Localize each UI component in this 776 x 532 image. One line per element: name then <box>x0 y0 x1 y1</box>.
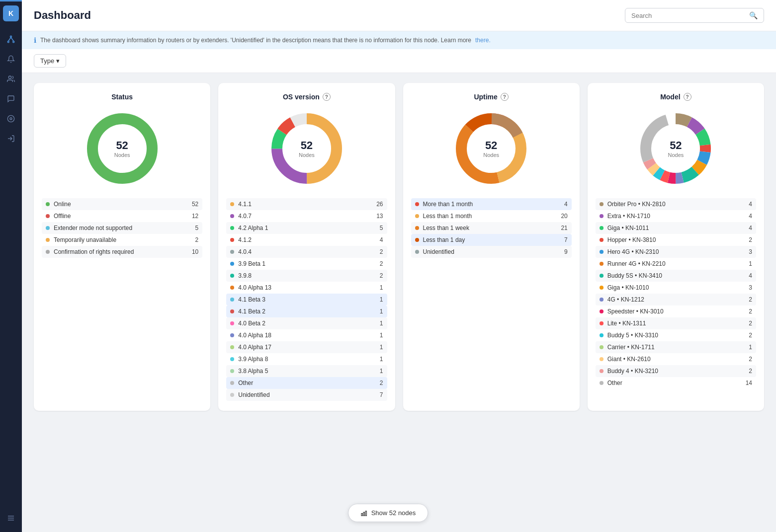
model-total-count: 52 <box>668 139 684 152</box>
search-box[interactable]: 🔍 <box>625 8 764 23</box>
show-nodes-label: Show 52 nodes <box>371 509 416 517</box>
os-donut: 52 Nodes <box>267 109 346 188</box>
model-donut: 52 Nodes <box>636 109 715 188</box>
status-extender-dot <box>46 226 50 230</box>
list-item: Offline 12 <box>42 210 202 222</box>
uptime-total-label: Nodes <box>483 152 499 158</box>
list-item: Confirmation of rights required 10 <box>42 246 202 258</box>
dot <box>600 286 604 290</box>
status-online-dot <box>46 202 50 206</box>
dot <box>600 214 604 218</box>
svg-rect-38 <box>363 512 364 516</box>
status-offline-label: Offline <box>54 213 192 220</box>
svg-point-6 <box>7 115 14 122</box>
model-legend: Orbiter Pro • KN-28104 Extra • KN-17104 … <box>596 198 756 389</box>
model-help-icon[interactable]: ? <box>684 93 691 101</box>
list-item: Giant • KN-26102 <box>596 353 756 365</box>
list-item: Orbiter Pro • KN-28104 <box>596 198 756 210</box>
list-item: 3.8 Alpha 51 <box>226 365 387 377</box>
sidebar-item-menu[interactable] <box>2 509 20 527</box>
dot <box>230 250 234 254</box>
svg-rect-37 <box>361 513 362 516</box>
list-item: Less than 1 week21 <box>411 222 572 234</box>
os-version-help-icon[interactable]: ? <box>323 93 331 101</box>
dot <box>230 369 234 373</box>
uptime-card-title: Uptime ? <box>411 93 572 101</box>
chart-icon <box>360 510 367 517</box>
show-nodes-bar: Show 52 nodes <box>348 504 429 522</box>
list-item: Extra • KN-17104 <box>596 210 756 222</box>
uptime-total-count: 52 <box>483 139 499 152</box>
list-item: Less than 1 month20 <box>411 210 572 222</box>
chevron-down-icon: ▾ <box>56 57 60 65</box>
app-logo[interactable]: K <box>3 5 19 21</box>
status-offline-count: 12 <box>192 213 198 220</box>
status-temp-label: Temporarily unavailable <box>54 236 195 243</box>
list-item: Giga • KN-10114 <box>596 222 756 234</box>
dot <box>600 381 604 385</box>
uptime-help-icon[interactable]: ? <box>501 93 509 101</box>
list-item: Other2 <box>226 377 387 389</box>
learn-more-link[interactable]: there. <box>475 37 491 44</box>
dot <box>600 357 604 361</box>
svg-line-3 <box>8 37 11 41</box>
sidebar-item-location[interactable] <box>2 110 20 128</box>
svg-line-4 <box>11 37 13 41</box>
sidebar-item-network[interactable] <box>2 30 20 48</box>
header: Dashboard 🔍 <box>22 0 776 31</box>
dot <box>415 226 419 230</box>
list-item: 4.1.126 <box>226 198 387 210</box>
list-item: Temporarily unavailable 2 <box>42 234 202 246</box>
dot <box>600 238 604 242</box>
sidebar-item-users[interactable] <box>2 70 20 88</box>
model-total-label: Nodes <box>668 152 684 158</box>
list-item: 4.1 Beta 31 <box>226 294 387 305</box>
type-filter-button[interactable]: Type ▾ <box>34 54 66 68</box>
status-card: Status 52 Nodes <box>34 83 210 411</box>
list-item: Buddy 5 • KN-33102 <box>596 329 756 341</box>
model-card: Model ? <box>588 83 764 411</box>
svg-point-7 <box>10 118 12 120</box>
uptime-card: Uptime ? 52 Nodes <box>403 83 580 411</box>
list-item: 3.9.82 <box>226 270 387 282</box>
dot <box>415 238 419 242</box>
dot <box>600 321 604 325</box>
list-item: Speedster • KN-30102 <box>596 305 756 317</box>
list-item: Hopper • KN-38102 <box>596 234 756 246</box>
dashboard-area: Status 52 Nodes <box>22 73 776 532</box>
dot <box>230 238 234 242</box>
dot <box>230 226 234 230</box>
filter-bar: Type ▾ <box>22 49 776 73</box>
main-content: Dashboard 🔍 ℹ The dashboard shows summar… <box>22 0 776 532</box>
sidebar-item-alerts[interactable] <box>2 50 20 68</box>
list-item: Online 52 <box>42 198 202 210</box>
status-confirm-count: 10 <box>192 248 198 255</box>
list-item: Other14 <box>596 377 756 389</box>
dot <box>230 286 234 290</box>
dot <box>415 250 419 254</box>
list-item: 4.0 Alpha 171 <box>226 341 387 353</box>
info-icon: ℹ <box>34 36 36 44</box>
dot <box>230 345 234 349</box>
list-item: Runner 4G • KN-22101 <box>596 258 756 270</box>
status-confirm-dot <box>46 250 50 254</box>
status-confirm-label: Confirmation of rights required <box>54 248 192 255</box>
status-extender-label: Extender mode not supported <box>54 225 195 231</box>
list-item: 4.0 Alpha 181 <box>226 329 387 341</box>
status-online-count: 52 <box>192 201 198 208</box>
page-title: Dashboard <box>34 9 91 22</box>
list-item: Lite • KN-13112 <box>596 317 756 329</box>
list-item: 4.0.713 <box>226 210 387 222</box>
show-nodes-button[interactable]: Show 52 nodes <box>348 504 429 522</box>
dot <box>230 381 234 385</box>
status-legend: Online 52 Offline 12 Extender mode not s… <box>42 198 202 258</box>
sidebar-item-export[interactable] <box>2 130 20 148</box>
dot <box>415 202 419 206</box>
dot <box>415 214 419 218</box>
status-extender-count: 5 <box>195 225 199 231</box>
dot <box>600 274 604 278</box>
search-input[interactable] <box>631 12 749 19</box>
sidebar-item-messages[interactable] <box>2 90 20 108</box>
status-offline-dot <box>46 214 50 218</box>
list-item: Giga • KN-10103 <box>596 282 756 294</box>
